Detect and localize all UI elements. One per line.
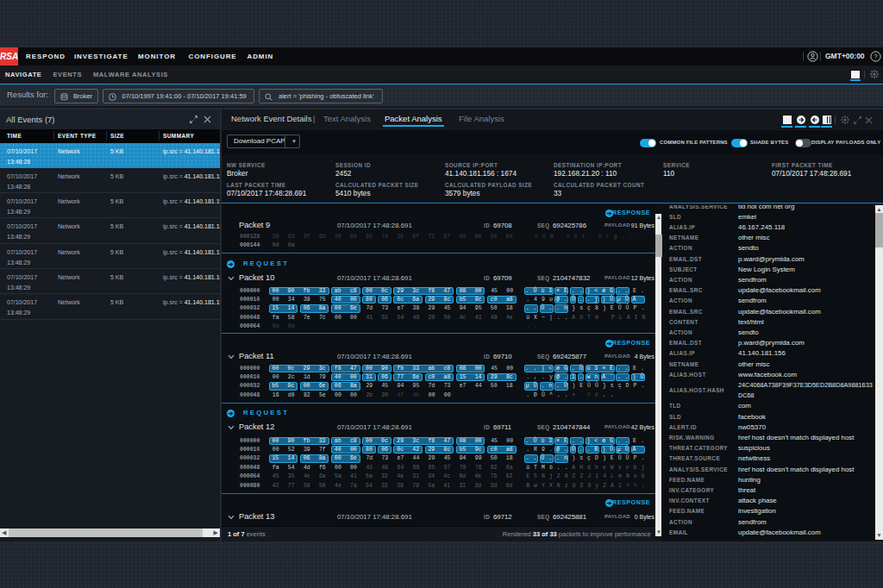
svg-text:?: ? <box>874 53 878 60</box>
